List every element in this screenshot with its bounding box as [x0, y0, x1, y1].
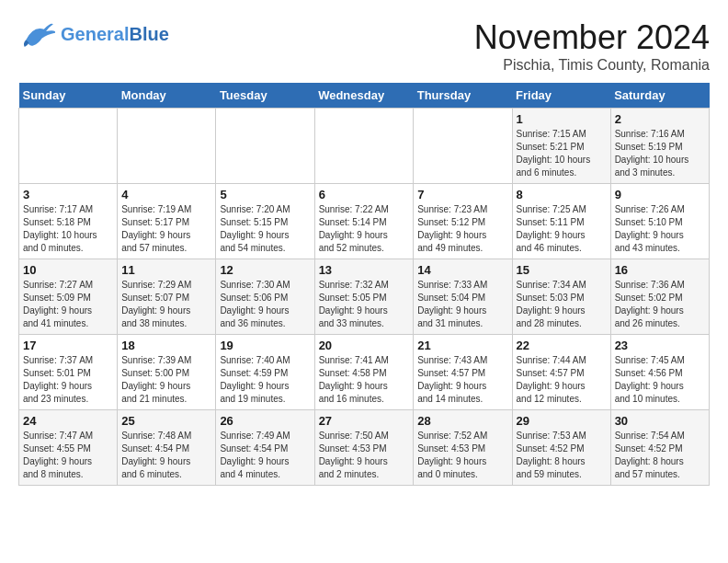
day-info: Sunrise: 7:36 AM Sunset: 5:02 PM Dayligh… [615, 279, 705, 330]
day-number: 23 [615, 339, 705, 352]
day-info: Sunrise: 7:44 AM Sunset: 4:57 PM Dayligh… [517, 354, 607, 406]
day-number: 21 [417, 339, 507, 352]
month-title: November 2024 [474, 18, 710, 57]
calendar-cell: 2Sunrise: 7:16 AM Sunset: 5:19 PM Daylig… [610, 109, 709, 184]
calendar-cell: 5Sunrise: 7:20 AM Sunset: 5:15 PM Daylig… [216, 184, 314, 259]
day-number: 7 [417, 188, 507, 201]
day-info: Sunrise: 7:33 AM Sunset: 5:04 PM Dayligh… [417, 279, 507, 330]
day-info: Sunrise: 7:41 AM Sunset: 4:58 PM Dayligh… [319, 354, 410, 406]
day-number: 11 [121, 263, 211, 277]
calendar-cell: 9Sunrise: 7:26 AM Sunset: 5:10 PM Daylig… [610, 184, 709, 259]
day-info: Sunrise: 7:26 AM Sunset: 5:10 PM Dayligh… [615, 203, 705, 255]
calendar-cell: 24Sunrise: 7:47 AM Sunset: 4:55 PM Dayli… [19, 410, 118, 486]
calendar-cell: 14Sunrise: 7:33 AM Sunset: 5:04 PM Dayli… [414, 259, 512, 335]
calendar-cell: 3Sunrise: 7:17 AM Sunset: 5:18 PM Daylig… [19, 184, 118, 259]
calendar-cell [19, 109, 118, 184]
calendar-cell: 10Sunrise: 7:27 AM Sunset: 5:09 PM Dayli… [19, 259, 118, 335]
calendar-cell: 4Sunrise: 7:19 AM Sunset: 5:17 PM Daylig… [118, 184, 216, 259]
calendar-cell: 11Sunrise: 7:29 AM Sunset: 5:07 PM Dayli… [118, 259, 216, 335]
title-section: November 2024 Pischia, Timis County, Rom… [474, 18, 710, 74]
day-number: 28 [417, 414, 507, 428]
day-number: 10 [23, 263, 113, 277]
day-number: 18 [121, 339, 211, 352]
calendar-cell [118, 109, 216, 184]
location-subtitle: Pischia, Timis County, Romania [474, 57, 710, 74]
day-number: 2 [615, 112, 705, 126]
calendar-cell: 12Sunrise: 7:30 AM Sunset: 5:06 PM Dayli… [216, 259, 314, 335]
day-number: 4 [121, 188, 211, 201]
weekday-header-row: SundayMondayTuesdayWednesdayThursdayFrid… [19, 83, 710, 109]
calendar-cell: 25Sunrise: 7:48 AM Sunset: 4:54 PM Dayli… [118, 410, 216, 486]
calendar-cell: 1Sunrise: 7:15 AM Sunset: 5:21 PM Daylig… [512, 109, 610, 184]
day-number: 26 [220, 414, 310, 428]
day-number: 27 [319, 414, 410, 428]
day-info: Sunrise: 7:39 AM Sunset: 5:00 PM Dayligh… [121, 354, 211, 406]
calendar-week-row: 10Sunrise: 7:27 AM Sunset: 5:09 PM Dayli… [19, 259, 710, 335]
day-number: 6 [319, 188, 410, 201]
day-number: 3 [23, 188, 113, 201]
calendar-cell: 13Sunrise: 7:32 AM Sunset: 5:05 PM Dayli… [314, 259, 414, 335]
day-number: 15 [517, 263, 607, 277]
day-number: 1 [517, 112, 607, 126]
day-number: 8 [517, 188, 607, 201]
calendar-cell: 17Sunrise: 7:37 AM Sunset: 5:01 PM Dayli… [19, 335, 118, 410]
weekday-header-wednesday: Wednesday [314, 83, 414, 109]
calendar-week-row: 24Sunrise: 7:47 AM Sunset: 4:55 PM Dayli… [19, 410, 710, 486]
day-number: 19 [220, 339, 310, 352]
calendar-cell: 30Sunrise: 7:54 AM Sunset: 4:52 PM Dayli… [610, 410, 709, 486]
calendar-cell: 26Sunrise: 7:49 AM Sunset: 4:54 PM Dayli… [216, 410, 314, 486]
day-number: 14 [417, 263, 507, 277]
calendar-cell: 6Sunrise: 7:22 AM Sunset: 5:14 PM Daylig… [314, 184, 414, 259]
day-info: Sunrise: 7:22 AM Sunset: 5:14 PM Dayligh… [319, 203, 410, 255]
day-info: Sunrise: 7:25 AM Sunset: 5:11 PM Dayligh… [517, 203, 607, 255]
logo: GeneralBlue [18, 18, 169, 51]
day-info: Sunrise: 7:27 AM Sunset: 5:09 PM Dayligh… [23, 279, 113, 330]
day-number: 20 [319, 339, 410, 352]
calendar-cell: 22Sunrise: 7:44 AM Sunset: 4:57 PM Dayli… [512, 335, 610, 410]
page-header: GeneralBlue November 2024 Pischia, Timis… [18, 18, 710, 74]
day-info: Sunrise: 7:32 AM Sunset: 5:05 PM Dayligh… [319, 279, 410, 330]
day-number: 17 [23, 339, 113, 352]
weekday-header-saturday: Saturday [610, 83, 709, 109]
calendar-cell: 20Sunrise: 7:41 AM Sunset: 4:58 PM Dayli… [314, 335, 414, 410]
weekday-header-sunday: Sunday [19, 83, 118, 109]
day-info: Sunrise: 7:50 AM Sunset: 4:53 PM Dayligh… [319, 430, 410, 481]
day-number: 12 [220, 263, 310, 277]
day-info: Sunrise: 7:16 AM Sunset: 5:19 PM Dayligh… [615, 128, 705, 179]
day-info: Sunrise: 7:40 AM Sunset: 4:59 PM Dayligh… [220, 354, 310, 406]
day-info: Sunrise: 7:20 AM Sunset: 5:15 PM Dayligh… [220, 203, 310, 255]
weekday-header-friday: Friday [512, 83, 610, 109]
calendar-cell: 29Sunrise: 7:53 AM Sunset: 4:52 PM Dayli… [512, 410, 610, 486]
day-number: 5 [220, 188, 310, 201]
calendar-week-row: 3Sunrise: 7:17 AM Sunset: 5:18 PM Daylig… [19, 184, 710, 259]
calendar-cell [414, 109, 512, 184]
calendar-week-row: 1Sunrise: 7:15 AM Sunset: 5:21 PM Daylig… [19, 109, 710, 184]
day-number: 9 [615, 188, 705, 201]
day-number: 22 [517, 339, 607, 352]
day-info: Sunrise: 7:54 AM Sunset: 4:52 PM Dayligh… [615, 430, 705, 481]
day-info: Sunrise: 7:37 AM Sunset: 5:01 PM Dayligh… [23, 354, 113, 406]
day-info: Sunrise: 7:30 AM Sunset: 5:06 PM Dayligh… [220, 279, 310, 330]
day-number: 24 [23, 414, 113, 428]
calendar-cell: 27Sunrise: 7:50 AM Sunset: 4:53 PM Dayli… [314, 410, 414, 486]
calendar-week-row: 17Sunrise: 7:37 AM Sunset: 5:01 PM Dayli… [19, 335, 710, 410]
day-info: Sunrise: 7:49 AM Sunset: 4:54 PM Dayligh… [220, 430, 310, 481]
calendar-cell: 18Sunrise: 7:39 AM Sunset: 5:00 PM Dayli… [118, 335, 216, 410]
calendar-cell: 15Sunrise: 7:34 AM Sunset: 5:03 PM Dayli… [512, 259, 610, 335]
day-info: Sunrise: 7:52 AM Sunset: 4:53 PM Dayligh… [417, 430, 507, 481]
weekday-header-monday: Monday [118, 83, 216, 109]
day-info: Sunrise: 7:15 AM Sunset: 5:21 PM Dayligh… [517, 128, 607, 179]
day-number: 13 [319, 263, 410, 277]
calendar-cell: 7Sunrise: 7:23 AM Sunset: 5:12 PM Daylig… [414, 184, 512, 259]
calendar-cell: 23Sunrise: 7:45 AM Sunset: 4:56 PM Dayli… [610, 335, 709, 410]
day-info: Sunrise: 7:34 AM Sunset: 5:03 PM Dayligh… [517, 279, 607, 330]
calendar-cell: 19Sunrise: 7:40 AM Sunset: 4:59 PM Dayli… [216, 335, 314, 410]
day-info: Sunrise: 7:45 AM Sunset: 4:56 PM Dayligh… [615, 354, 705, 406]
day-info: Sunrise: 7:53 AM Sunset: 4:52 PM Dayligh… [517, 430, 607, 481]
day-number: 16 [615, 263, 705, 277]
logo-icon [18, 18, 55, 51]
day-info: Sunrise: 7:23 AM Sunset: 5:12 PM Dayligh… [417, 203, 507, 255]
logo-text: GeneralBlue [61, 24, 169, 45]
calendar-cell: 28Sunrise: 7:52 AM Sunset: 4:53 PM Dayli… [414, 410, 512, 486]
day-number: 25 [121, 414, 211, 428]
